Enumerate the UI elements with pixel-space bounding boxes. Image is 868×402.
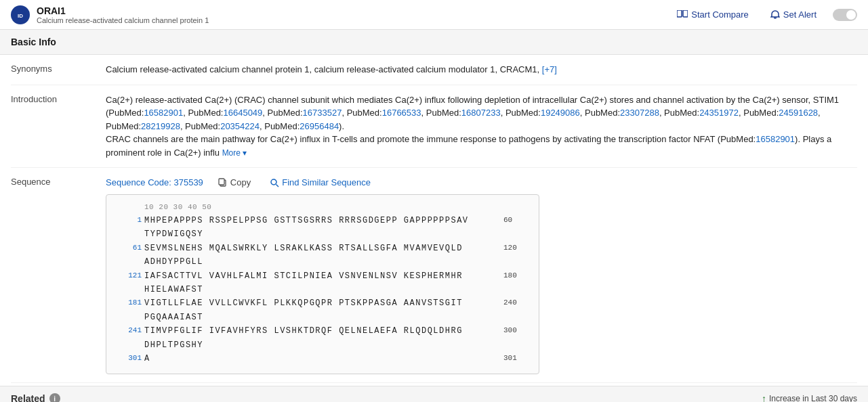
related-info-icon[interactable]: i (49, 393, 60, 402)
copy-label: Copy (230, 177, 251, 187)
pubmed-23307288[interactable]: 23307288 (620, 108, 659, 118)
find-similar-icon (270, 178, 279, 187)
set-alert-label: Set Alert (783, 9, 817, 20)
copy-button[interactable]: Copy (214, 176, 255, 189)
related-bar-right: ↑ Increase in Last 30 days (762, 393, 857, 402)
synonyms-label: Synonyms (11, 63, 106, 74)
svg-text:ID: ID (18, 13, 23, 19)
header: ID ORAI1 Calcium release-activated calci… (0, 0, 868, 30)
header-right: Start Compare Set Alert (671, 7, 857, 22)
main-content: Synonyms Calcium release-activated calci… (0, 55, 868, 383)
pubmed-26956484[interactable]: 26956484 (299, 121, 339, 131)
synonyms-text: Calcium release-activated calcium channe… (106, 64, 542, 74)
synonyms-row: Synonyms Calcium release-activated calci… (11, 55, 857, 85)
pubmed-16645049[interactable]: 16645049 (223, 108, 262, 118)
seq-ruler: 10 20 30 40 50 (117, 203, 528, 211)
pubmed-16807233[interactable]: 16807233 (461, 108, 501, 118)
sequence-label: Sequence (11, 176, 106, 187)
seq-box: 10 20 30 40 50 1 MHPEPAPPPS RSSPELPPSG G… (106, 194, 539, 374)
seq-line-3: 121 IAFSACTTVL VAVHLFALMI STCILPNIEA VSN… (117, 269, 528, 297)
pubmed-nfat[interactable]: 16582901 (756, 134, 795, 144)
svg-rect-3 (683, 10, 688, 17)
gene-desc: Calcium release-activated calcium channe… (37, 16, 209, 24)
seq-line-1: 1 MHPEPAPPPS RSSPELPPSG GSTTSGSRRS RRRSG… (117, 214, 528, 242)
start-compare-button[interactable]: Start Compare (671, 7, 754, 22)
pubmed-28219928[interactable]: 28219928 (141, 121, 180, 131)
svg-point-6 (271, 179, 276, 185)
seq-line-5: 241 TIMVPFGLIF IVFAVHFYRS LVSHKTDRQF QEL… (117, 324, 528, 352)
increase-arrow-icon: ↑ (762, 393, 766, 402)
pubmed-16766533[interactable]: 16766533 (382, 108, 421, 118)
pubmed-16733527[interactable]: 16733527 (303, 108, 342, 118)
header-title-block: ORAI1 Calcium release-activated calcium … (37, 5, 209, 24)
introduction-row: Introduction Ca(2+) release-activated Ca… (11, 85, 857, 169)
compare-icon (677, 10, 688, 20)
alert-icon (770, 10, 780, 20)
seq-line-4: 181 VIGTLLFLAE VVLLCWVKFL PLKKQPGQPR PTS… (117, 296, 528, 324)
pubmed-20354224[interactable]: 20354224 (220, 121, 260, 131)
gene-name: ORAI1 (37, 5, 209, 16)
basic-info-label: Basic Info (11, 37, 56, 47)
pubmed-24591628[interactable]: 24591628 (779, 108, 818, 118)
increase-label: Increase in Last 30 days (769, 394, 857, 402)
sequence-content: Sequence Code: 375539 Copy Find Similar … (106, 176, 857, 374)
introduction-label: Introduction (11, 93, 106, 104)
synonyms-more-link[interactable]: [+7] (542, 64, 557, 74)
alert-toggle[interactable] (833, 9, 857, 21)
intro-line2: CRAC channels are the main pathway for C… (106, 134, 756, 144)
sequence-row: Sequence Sequence Code: 375539 Copy F (11, 168, 857, 383)
svg-rect-2 (677, 10, 682, 17)
pubmed-16582901[interactable]: 16582901 (144, 108, 183, 118)
find-similar-button[interactable]: Find Similar Sequence (266, 176, 375, 189)
seq-header: Sequence Code: 375539 Copy Find Similar … (106, 176, 857, 189)
basic-info-section-bar: Basic Info (0, 30, 868, 55)
copy-icon (218, 178, 228, 187)
svg-line-7 (276, 184, 279, 187)
find-similar-label: Find Similar Sequence (282, 177, 371, 187)
pubmed-24351972[interactable]: 24351972 (699, 108, 739, 118)
more-link[interactable]: More ▾ (222, 148, 247, 158)
svg-rect-5 (219, 179, 224, 185)
start-compare-label: Start Compare (691, 9, 749, 20)
header-left: ID ORAI1 Calcium release-activated calci… (11, 5, 209, 24)
introduction-value: Ca(2+) release-activated Ca(2+) (CRAC) c… (106, 93, 857, 160)
seq-line-2: 61 SEVMSLNEHS MQALSWRKLY LSRAKLKASS RTSA… (117, 242, 528, 269)
pubmed-19249086[interactable]: 19249086 (541, 108, 580, 118)
seq-line-6: 301 A 301 (117, 352, 528, 365)
set-alert-button[interactable]: Set Alert (765, 7, 822, 22)
related-bar: Related i ↑ Increase in Last 30 days (0, 386, 868, 402)
logo-icon: ID (11, 5, 30, 24)
related-label: Related (11, 393, 45, 402)
related-bar-left: Related i (11, 393, 60, 402)
seq-code-link[interactable]: Sequence Code: 375539 (106, 177, 203, 187)
synonyms-value: Calcium release-activated calcium channe… (106, 63, 857, 76)
